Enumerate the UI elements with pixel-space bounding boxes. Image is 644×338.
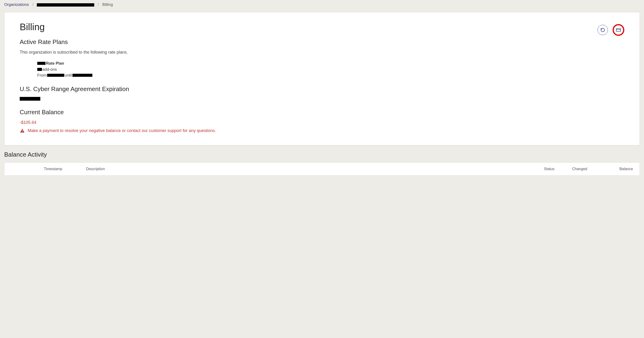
svg-rect-0 xyxy=(616,28,620,32)
balance-warning: Make a payment to resolve your negative … xyxy=(20,128,624,133)
redacted-expiration-date xyxy=(20,97,40,101)
expiration-value xyxy=(20,97,624,102)
page-title: Billing xyxy=(20,22,45,32)
redacted-from-date xyxy=(47,74,64,77)
refresh-icon xyxy=(600,28,605,32)
breadcrumb-separator: / xyxy=(98,2,99,7)
breadcrumb-org-name-redacted[interactable] xyxy=(37,3,94,6)
svg-rect-2 xyxy=(22,130,22,131)
svg-rect-3 xyxy=(22,132,22,132)
action-buttons xyxy=(598,22,624,36)
col-header-changed: Changed xyxy=(572,167,610,171)
current-balance-heading: Current Balance xyxy=(20,109,624,116)
billing-card: Billing Active Rate Plans This organizat… xyxy=(4,12,640,145)
breadcrumb: Organizations / / Billing xyxy=(0,0,644,9)
credit-card-icon xyxy=(616,27,621,32)
breadcrumb-current: Billing xyxy=(102,2,113,7)
col-header-description: Description xyxy=(86,167,544,171)
from-label: From xyxy=(37,72,47,78)
until-label: until xyxy=(65,72,72,78)
redacted-addons-count xyxy=(37,68,42,71)
balance-warning-text: Make a payment to resolve your negative … xyxy=(28,128,216,133)
redacted-until-date xyxy=(72,74,92,77)
col-header-balance: Balance xyxy=(610,167,633,171)
breadcrumb-organizations-link[interactable]: Organizations xyxy=(4,2,29,7)
col-header-status: Status xyxy=(544,167,572,171)
breadcrumb-separator: / xyxy=(32,2,34,7)
balance-amount: -$105.64 xyxy=(20,120,624,125)
balance-activity-table: Timestamp Description Status Changed Bal… xyxy=(4,163,640,175)
redacted-plan-prefix xyxy=(37,62,46,65)
balance-activity-heading: Balance Activity xyxy=(4,151,640,158)
refresh-button[interactable] xyxy=(598,25,608,35)
active-rate-plans-heading: Active Rate Plans xyxy=(20,38,624,46)
agreement-expiration-heading: U.S. Cyber Range Agreement Expiration xyxy=(20,85,624,93)
warning-icon xyxy=(20,128,25,133)
rate-plan-item: Rate Plan add-ons From until xyxy=(37,60,624,78)
addons-label: add-ons xyxy=(42,66,57,73)
payment-button-highlighted[interactable] xyxy=(612,24,624,36)
rate-plans-intro: This organization is subscribed to the f… xyxy=(20,50,624,55)
col-header-timestamp: Timestamp xyxy=(44,167,81,171)
rate-plan-label: Rate Plan xyxy=(46,60,64,66)
table-header-row: Timestamp Description Status Changed Bal… xyxy=(11,167,633,171)
card-header: Billing xyxy=(20,22,624,36)
